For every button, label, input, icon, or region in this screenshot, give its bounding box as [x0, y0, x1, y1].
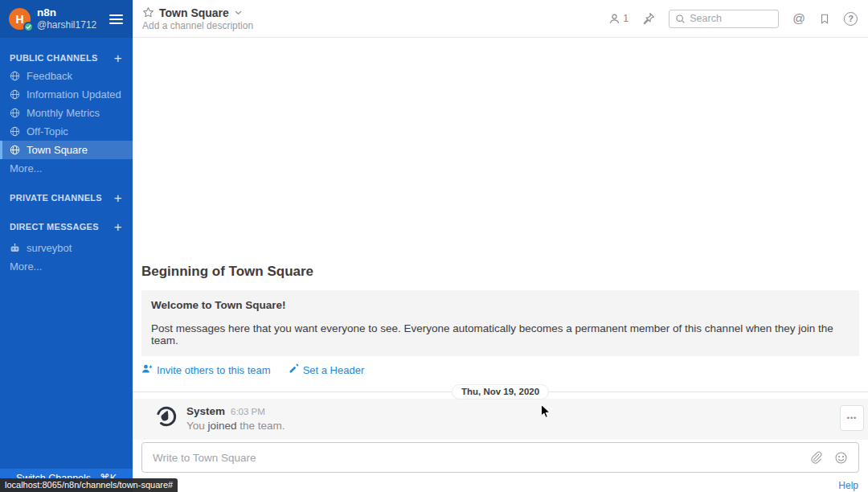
user-handle: @harshil1712 [37, 19, 103, 31]
channel-description[interactable]: Add a channel description [142, 20, 253, 31]
search-input[interactable] [690, 13, 772, 24]
sidebar-channel-list: PUBLIC CHANNELS + Feedback Information U… [0, 38, 133, 276]
sidebar-item-off-topic[interactable]: Off-Topic [0, 122, 133, 141]
welcome-message-card: Welcome to Town Square! Post messages he… [141, 290, 859, 356]
more-public-channels-link[interactable]: More... [0, 159, 133, 178]
channel-label: surveybot [27, 242, 72, 254]
sidebar-item-feedback[interactable]: Feedback [0, 67, 133, 85]
composer-footer: Help [141, 473, 859, 492]
date-label: Thu, Nov 19, 2020 [452, 384, 549, 400]
channel-label: Off-Topic [27, 125, 68, 137]
composer-box [141, 442, 859, 473]
globe-icon [10, 89, 20, 100]
sidebar-item-monthly-metrics[interactable]: Monthly Metrics [0, 104, 133, 122]
menu-icon[interactable] [109, 14, 123, 24]
member-icon [608, 13, 620, 25]
sidebar-item-town-square[interactable]: Town Square [0, 141, 133, 159]
post-message-prefix: You [186, 420, 208, 432]
post-timestamp: 6:03 PM [231, 407, 265, 416]
set-header-label: Set a Header [303, 364, 365, 376]
sidebar-header[interactable]: H n8n @harshil1712 [0, 0, 133, 38]
date-divider: Thu, Nov 19, 2020 [133, 385, 868, 399]
channel-intro-actions: Invite others to this team Set a Header [141, 363, 859, 376]
channel-label: Monthly Metrics [27, 107, 100, 119]
invite-others-label: Invite others to this team [157, 364, 271, 376]
channel-title[interactable]: Town Square [159, 6, 229, 19]
post-author[interactable]: System [186, 405, 225, 417]
post-more-actions-button[interactable]: ••• [840, 405, 864, 431]
welcome-title: Welcome to Town Square! [151, 299, 850, 311]
system-post[interactable]: System 6:03 PM You joined the team. ••• [133, 399, 868, 440]
post-message-emphasis: joined [208, 420, 237, 432]
message-list: Beginning of Town Square Welcome to Town… [133, 38, 868, 440]
invite-person-plus-icon [141, 363, 153, 376]
help-link[interactable]: Help [838, 480, 858, 491]
attachment-paperclip-icon[interactable] [809, 451, 822, 464]
private-channels-header: PRIVATE CHANNELS + [0, 189, 133, 207]
favorite-star-icon[interactable] [142, 6, 154, 18]
post-message-suffix: the team. [237, 420, 285, 432]
member-count-button[interactable]: 1 [608, 13, 628, 25]
pencil-icon [289, 363, 299, 376]
link-url-statusbar: localhost:8065/n8n/channels/town-square# [0, 478, 178, 492]
header-actions: 1 @ ? [608, 10, 858, 28]
globe-icon [10, 126, 20, 137]
chevron-down-icon[interactable] [234, 8, 243, 17]
post-content: System 6:03 PM You joined the team. [186, 405, 285, 440]
globe-icon [10, 145, 20, 155]
online-status-icon [23, 22, 34, 32]
add-public-channel-button[interactable]: + [114, 51, 122, 65]
sidebar: H n8n @harshil1712 PUBLIC CHANNELS + Fee… [0, 0, 133, 492]
team-name: n8n [37, 6, 103, 20]
globe-icon [10, 108, 20, 118]
set-header-link[interactable]: Set a Header [289, 363, 365, 376]
sidebar-item-surveybot[interactable]: surveybot [0, 239, 133, 257]
team-user-block[interactable]: n8n @harshil1712 [37, 6, 103, 32]
add-direct-message-button[interactable]: + [114, 220, 122, 234]
channel-label: Town Square [27, 144, 88, 156]
app-window: H n8n @harshil1712 PUBLIC CHANNELS + Fee… [0, 0, 868, 492]
direct-messages-header: DIRECT MESSAGES + [0, 218, 133, 236]
channel-label: Feedback [27, 70, 72, 82]
sidebar-item-information-updated[interactable]: Information Updated [0, 85, 133, 104]
post-message: You joined the team. [186, 420, 285, 432]
search-icon [675, 14, 686, 24]
welcome-body: Post messages here that you want everyon… [151, 322, 850, 346]
search-box [669, 10, 779, 28]
pinned-posts-icon[interactable] [642, 12, 655, 25]
channel-intro-title: Beginning of Town Square [141, 264, 859, 280]
emoji-smiley-icon[interactable] [834, 451, 848, 465]
direct-messages-label: DIRECT MESSAGES [10, 222, 99, 232]
member-count: 1 [623, 13, 628, 24]
channel-header: Town Square Add a channel description 1 … [133, 0, 868, 38]
public-channels-header: PUBLIC CHANNELS + [0, 49, 133, 67]
mentions-icon[interactable]: @ [792, 12, 805, 25]
private-channels-label: PRIVATE CHANNELS [10, 193, 102, 203]
saved-posts-flag-icon[interactable] [819, 13, 830, 25]
invite-others-link[interactable]: Invite others to this team [141, 363, 271, 376]
mattermost-logo-icon [155, 405, 178, 428]
globe-icon [10, 71, 20, 81]
avatar[interactable]: H [9, 8, 31, 30]
help-icon[interactable]: ? [844, 12, 858, 26]
add-private-channel-button[interactable]: + [114, 191, 122, 205]
bot-icon [10, 243, 20, 253]
channel-info: Town Square Add a channel description [142, 6, 253, 31]
channel-label: Information Updated [27, 88, 121, 100]
message-composer: Help [133, 440, 868, 492]
message-input[interactable] [153, 452, 797, 464]
public-channels-label: PUBLIC CHANNELS [10, 53, 98, 63]
main-panel: Town Square Add a channel description 1 … [133, 0, 868, 492]
more-direct-messages-link[interactable]: More... [0, 257, 133, 276]
